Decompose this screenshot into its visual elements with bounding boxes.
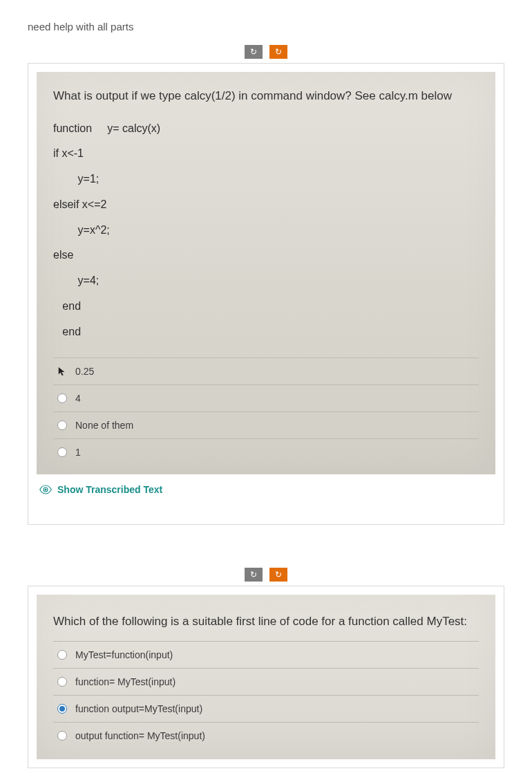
- option-row[interactable]: output function= MyTest(input): [53, 723, 479, 751]
- option-row[interactable]: 4: [53, 385, 479, 412]
- question-card-2: Which of the following is a suitable fir…: [28, 586, 504, 769]
- option-list-1: 0.25 4 None of them 1: [53, 357, 479, 467]
- option-label: function= MyTest(input): [75, 676, 175, 687]
- undo-icon: ↻: [250, 47, 257, 57]
- quiz-panel-1: What is output if we type calcy(1/2) in …: [37, 72, 495, 474]
- show-transcribed-label: Show Transcribed Text: [57, 484, 162, 495]
- code-line: y=4;: [53, 268, 479, 294]
- radio-icon: [57, 420, 67, 430]
- quiz-panel-2: Which of the following is a suitable fir…: [37, 595, 495, 760]
- option-label: output function= MyTest(input): [75, 730, 205, 741]
- toolbar-1: ↻ ↻: [28, 45, 504, 59]
- redo-icon: ↻: [275, 570, 282, 579]
- redo-button[interactable]: ↻: [269, 45, 287, 59]
- option-label: 4: [75, 393, 81, 404]
- redo-icon: ↻: [275, 47, 282, 57]
- radio-icon: [57, 650, 67, 660]
- question-card-1: What is output if we type calcy(1/2) in …: [28, 63, 504, 525]
- question-prompt: What is output if we type calcy(1/2) in …: [53, 87, 479, 105]
- option-row[interactable]: 1: [53, 439, 479, 467]
- code-block: function y= calcy(x) if x<-1 y=1; elseif…: [53, 116, 479, 345]
- show-transcribed-button[interactable]: Show Transcribed Text: [39, 484, 493, 495]
- code-line: else: [53, 243, 479, 268]
- cursor-icon: [57, 366, 67, 376]
- option-label: None of them: [75, 420, 133, 431]
- eye-icon: [39, 485, 52, 494]
- radio-icon: [57, 704, 67, 714]
- question-prompt: Which of the following is a suitable fir…: [53, 613, 479, 631]
- undo-icon: ↻: [250, 570, 257, 579]
- option-label: 1: [75, 447, 81, 458]
- svg-point-0: [45, 488, 47, 490]
- radio-icon: [57, 677, 67, 687]
- toolbar-2: ↻ ↻: [28, 568, 504, 582]
- option-label: MyTest=function(input): [75, 649, 173, 660]
- page-heading: need help with all parts: [28, 21, 504, 32]
- option-label: 0.25: [75, 366, 94, 377]
- option-list-2: MyTest=function(input) function= MyTest(…: [53, 641, 479, 751]
- code-line: y=x^2;: [53, 218, 479, 243]
- option-row[interactable]: function output=MyTest(input): [53, 696, 479, 723]
- code-line: end: [53, 294, 479, 319]
- option-row[interactable]: None of them: [53, 412, 479, 439]
- option-row[interactable]: 0.25: [53, 358, 479, 385]
- option-row[interactable]: function= MyTest(input): [53, 669, 479, 696]
- code-line: y=1;: [53, 167, 479, 192]
- code-line: end: [53, 319, 479, 345]
- code-line: elseif x<=2: [53, 192, 479, 218]
- undo-button[interactable]: ↻: [245, 568, 263, 582]
- code-line: function y= calcy(x): [53, 116, 479, 142]
- option-row[interactable]: MyTest=function(input): [53, 642, 479, 669]
- radio-icon: [57, 393, 67, 403]
- radio-icon: [57, 731, 67, 741]
- redo-button[interactable]: ↻: [269, 568, 287, 582]
- option-label: function output=MyTest(input): [75, 703, 202, 714]
- undo-button[interactable]: ↻: [245, 45, 263, 59]
- radio-icon: [57, 447, 67, 457]
- code-line: if x<-1: [53, 141, 479, 167]
